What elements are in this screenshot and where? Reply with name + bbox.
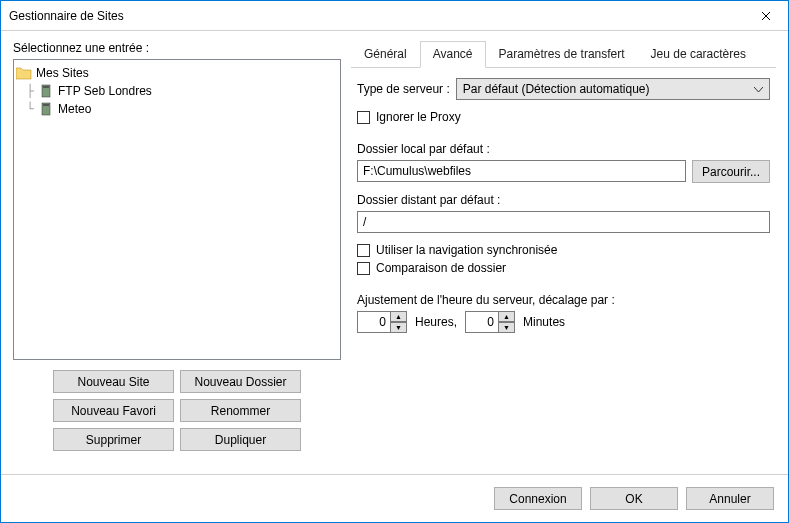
tree-root[interactable]: Mes Sites: [16, 64, 338, 82]
site-buttons: Nouveau Site Nouveau Dossier Nouveau Fav…: [13, 370, 341, 451]
spinner-up-icon[interactable]: ▲: [391, 311, 407, 322]
select-entry-label: Sélectionnez une entrée :: [13, 41, 341, 55]
left-panel: Sélectionnez une entrée : Mes Sites ├ FT…: [13, 41, 341, 451]
tree-connector-icon: ├: [22, 84, 38, 98]
tab-transfer[interactable]: Paramètres de transfert: [486, 41, 638, 68]
minutes-label: Minutes: [523, 315, 565, 329]
hours-value: 0: [357, 311, 391, 333]
minutes-spinner[interactable]: 0 ▲ ▼: [465, 311, 515, 333]
connect-button[interactable]: Connexion: [494, 487, 582, 510]
tree-connector-icon: └: [22, 102, 38, 116]
server-type-select[interactable]: Par défaut (Détection automatique): [456, 78, 770, 100]
local-dir-input[interactable]: F:\Cumulus\webfiles: [357, 160, 686, 182]
folder-icon: [16, 66, 32, 80]
checkbox-icon: [357, 262, 370, 275]
sync-browsing-checkbox[interactable]: Utiliser la navigation synchronisée: [357, 243, 770, 257]
dir-compare-label: Comparaison de dossier: [376, 261, 506, 275]
ignore-proxy-label: Ignorer le Proxy: [376, 110, 461, 124]
server-type-value: Par défaut (Détection automatique): [463, 82, 650, 96]
duplicate-button[interactable]: Dupliquer: [180, 428, 301, 451]
tab-charset[interactable]: Jeu de caractères: [638, 41, 759, 68]
tree-item[interactable]: ├ FTP Seb Londres: [16, 82, 338, 100]
content-area: Sélectionnez une entrée : Mes Sites ├ FT…: [1, 31, 788, 461]
tree-item-label: FTP Seb Londres: [58, 84, 152, 98]
spinner-down-icon[interactable]: ▼: [499, 322, 515, 333]
server-icon: [38, 102, 54, 116]
minutes-value: 0: [465, 311, 499, 333]
delete-button[interactable]: Supprimer: [53, 428, 174, 451]
window-title: Gestionnaire de Sites: [9, 9, 743, 23]
checkbox-icon: [357, 111, 370, 124]
cancel-button[interactable]: Annuler: [686, 487, 774, 510]
tab-general[interactable]: Général: [351, 41, 420, 68]
spinner-down-icon[interactable]: ▼: [391, 322, 407, 333]
local-dir-label: Dossier local par défaut :: [357, 142, 770, 156]
footer: Connexion OK Annuler: [1, 474, 788, 522]
server-type-label: Type de serveur :: [357, 82, 450, 96]
ignore-proxy-checkbox[interactable]: Ignorer le Proxy: [357, 110, 770, 124]
tab-advanced[interactable]: Avancé: [420, 41, 486, 68]
site-manager-window: Gestionnaire de Sites Sélectionnez une e…: [0, 0, 789, 523]
tree-item[interactable]: └ Meteo: [16, 100, 338, 118]
ok-button[interactable]: OK: [590, 487, 678, 510]
chevron-down-icon: [754, 82, 763, 96]
svg-rect-3: [43, 104, 49, 106]
tree-item-label: Meteo: [58, 102, 91, 116]
browse-button[interactable]: Parcourir...: [692, 160, 770, 183]
sync-browsing-label: Utiliser la navigation synchronisée: [376, 243, 557, 257]
close-icon: [761, 11, 771, 21]
dir-compare-checkbox[interactable]: Comparaison de dossier: [357, 261, 770, 275]
hours-spinner[interactable]: 0 ▲ ▼: [357, 311, 407, 333]
tree-root-label: Mes Sites: [36, 66, 89, 80]
hours-label: Heures,: [415, 315, 457, 329]
rename-button[interactable]: Renommer: [180, 399, 301, 422]
new-site-button[interactable]: Nouveau Site: [53, 370, 174, 393]
remote-dir-label: Dossier distant par défaut :: [357, 193, 770, 207]
tab-content-advanced: Type de serveur : Par défaut (Détection …: [351, 68, 776, 349]
checkbox-icon: [357, 244, 370, 257]
svg-rect-1: [43, 86, 49, 88]
titlebar: Gestionnaire de Sites: [1, 1, 788, 31]
close-button[interactable]: [743, 1, 788, 30]
tab-bar: Général Avancé Paramètres de transfert J…: [351, 41, 776, 68]
site-tree[interactable]: Mes Sites ├ FTP Seb Londres └ Me: [13, 59, 341, 360]
new-bookmark-button[interactable]: Nouveau Favori: [53, 399, 174, 422]
server-icon: [38, 84, 54, 98]
new-folder-button[interactable]: Nouveau Dossier: [180, 370, 301, 393]
time-offset-label: Ajustement de l'heure du serveur, décala…: [357, 293, 770, 307]
spinner-up-icon[interactable]: ▲: [499, 311, 515, 322]
remote-dir-input[interactable]: /: [357, 211, 770, 233]
right-panel: Général Avancé Paramètres de transfert J…: [351, 41, 776, 451]
